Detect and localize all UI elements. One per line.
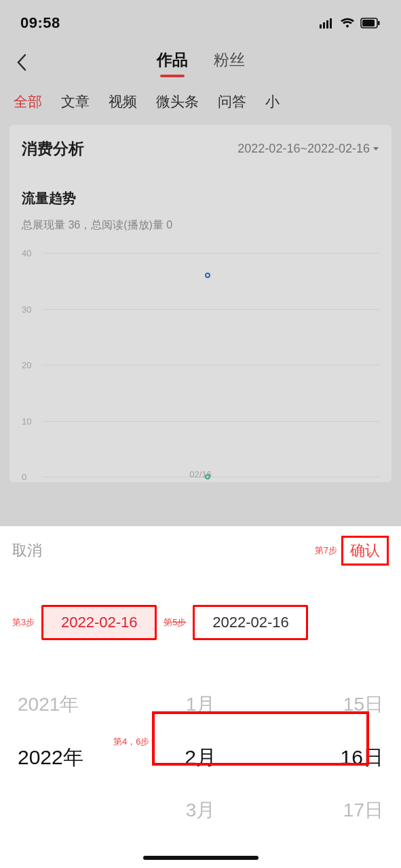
- home-indicator[interactable]: [143, 856, 259, 860]
- step3-tag: 第3步: [12, 616, 35, 629]
- step5-tag: 第5步: [164, 616, 186, 629]
- start-date-box[interactable]: 2022-02-16: [41, 605, 157, 640]
- month-prev[interactable]: 1月: [140, 678, 261, 731]
- day-wheel[interactable]: 15日 16日 17日: [263, 678, 383, 837]
- day-next[interactable]: 17日: [263, 784, 383, 837]
- year-prev[interactable]: 2021年: [18, 678, 138, 731]
- date-picker-sheet: 取消 第7步 确认 第3步 2022-02-16 第5步 2022-02-16 …: [0, 526, 401, 852]
- month-sel[interactable]: 2月: [140, 731, 261, 784]
- step7-tag: 第7步: [315, 545, 337, 557]
- scrim[interactable]: [0, 0, 401, 526]
- day-sel[interactable]: 16日: [263, 731, 383, 784]
- end-date-box[interactable]: 2022-02-16: [193, 605, 308, 640]
- year-next[interactable]: [18, 784, 138, 837]
- step46-tag: 第4，6步: [113, 736, 149, 748]
- year-wheel[interactable]: 2021年 2022年: [18, 678, 138, 837]
- month-next[interactable]: 3月: [140, 784, 261, 837]
- day-prev[interactable]: 15日: [263, 678, 383, 731]
- cancel-button[interactable]: 取消: [12, 540, 42, 561]
- picker-wheels: 2021年 2022年 1月 2月 3月 15日 16日 17日: [0, 678, 401, 837]
- month-wheel[interactable]: 1月 2月 3月: [140, 678, 261, 837]
- confirm-button[interactable]: 确认: [341, 536, 389, 566]
